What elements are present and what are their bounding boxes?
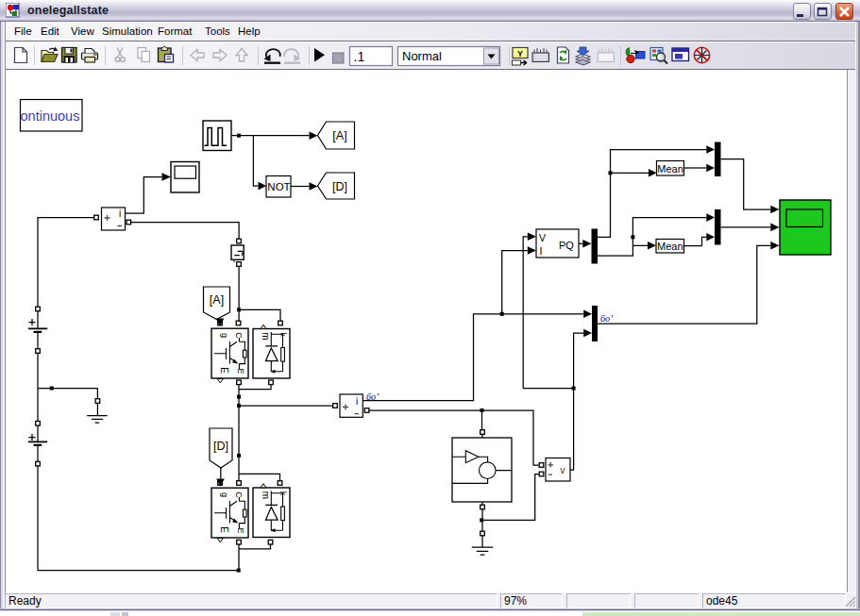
svg-text:i: i [119, 208, 121, 219]
svg-text:6oʼ: 6oʼ [600, 313, 614, 324]
svg-text:v: v [561, 465, 565, 475]
svg-text:PQ: PQ [559, 240, 574, 251]
svg-text:I: I [540, 245, 543, 257]
svg-text:6oʼ: 6oʼ [366, 391, 379, 402]
svg-text:Mean: Mean [657, 241, 683, 252]
svg-text:ontinuous: ontinuous [21, 108, 80, 124]
svg-text:[A]: [A] [210, 293, 224, 307]
svg-text:[A]: [A] [332, 129, 346, 142]
svg-text:Mean: Mean [657, 163, 683, 175]
svg-text:[D]: [D] [213, 440, 228, 453]
svg-text:NOT: NOT [267, 181, 290, 192]
svg-text:[D]: [D] [332, 180, 347, 193]
svg-text:V: V [539, 232, 546, 243]
svg-text:i: i [356, 396, 358, 407]
